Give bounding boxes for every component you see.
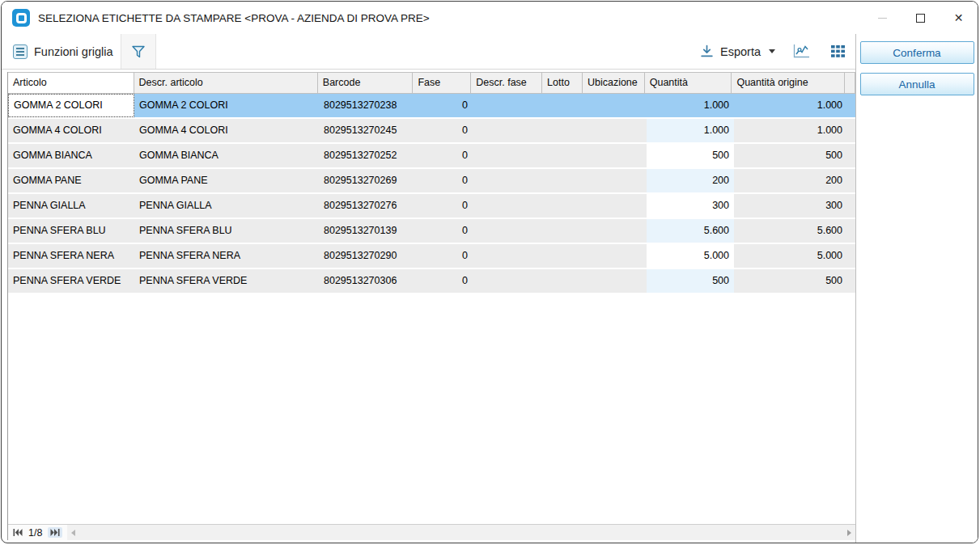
cell-quantita[interactable]: 300 [647, 194, 734, 218]
column-header[interactable]: Ubicazione [583, 72, 645, 94]
table-row[interactable]: PENNA GIALLAPENNA GIALLA8029513270276030… [8, 194, 855, 219]
horizontal-scrollbar[interactable] [67, 525, 855, 540]
cell-barcode[interactable]: 8029513270269 [319, 169, 414, 192]
cell-lotto[interactable] [544, 94, 584, 117]
table-row[interactable]: GOMMA PANEGOMMA PANE80295132702690200200 [8, 169, 855, 194]
cell-articolo[interactable]: PENNA SFERA NERA [8, 244, 134, 268]
column-header[interactable]: Articolo [8, 72, 134, 94]
maximize-button[interactable] [902, 2, 940, 34]
cell-lotto[interactable] [544, 194, 584, 218]
scroll-right-icon[interactable] [847, 530, 851, 536]
cell-descr_fase[interactable] [473, 244, 544, 268]
column-header[interactable]: Barcode [318, 72, 414, 94]
cell-quantita_origine[interactable]: 5.000 [734, 244, 847, 268]
grid-functions-button[interactable]: Funzioni griglia [2, 34, 121, 69]
cell-barcode[interactable]: 8029513270245 [319, 119, 414, 142]
cell-quantita_origine[interactable]: 1.000 [734, 119, 847, 142]
cell-articolo[interactable]: PENNA SFERA BLU [8, 219, 134, 243]
close-button[interactable]: ✕ [940, 2, 978, 34]
cell-barcode[interactable]: 8029513270276 [319, 194, 414, 218]
cell-quantita_origine[interactable]: 1.000 [734, 94, 847, 117]
cell-quantita[interactable]: 5.600 [647, 219, 734, 243]
cell-descr_articolo[interactable]: PENNA SFERA VERDE [134, 269, 319, 293]
cell-barcode[interactable]: 8029513270290 [319, 244, 414, 268]
cell-ubicazione[interactable] [584, 144, 647, 167]
cell-quantita_origine[interactable]: 200 [734, 169, 847, 192]
confirm-button[interactable]: Conferma [860, 41, 974, 64]
cell-fase[interactable]: 0 [414, 94, 473, 117]
column-header[interactable]: Quantità [645, 72, 732, 94]
cell-lotto[interactable] [544, 219, 584, 243]
cell-descr_articolo[interactable]: GOMMA BIANCA [134, 144, 319, 167]
cell-descr_fase[interactable] [473, 94, 544, 117]
cell-quantita_origine[interactable]: 500 [734, 144, 847, 167]
table-row[interactable]: PENNA SFERA BLUPENNA SFERA BLU8029513270… [8, 219, 855, 244]
column-header[interactable]: Descr. fase [471, 72, 542, 94]
cell-descr_fase[interactable] [473, 269, 544, 293]
cell-fase[interactable]: 0 [414, 144, 473, 167]
cell-articolo[interactable]: PENNA SFERA VERDE [8, 269, 134, 293]
cell-barcode[interactable]: 8029513270238 [319, 94, 414, 117]
cell-fase[interactable]: 0 [414, 269, 473, 293]
table-row[interactable]: GOMMA BIANCAGOMMA BIANCA8029513270252050… [8, 144, 855, 169]
scroll-left-icon[interactable] [71, 530, 75, 536]
cell-quantita[interactable]: 500 [647, 269, 734, 293]
cell-articolo[interactable]: GOMMA PANE [8, 169, 134, 192]
cell-descr_articolo[interactable]: PENNA SFERA BLU [134, 219, 319, 243]
cell-barcode[interactable]: 8029513270306 [319, 269, 414, 293]
cell-fase[interactable]: 0 [414, 244, 473, 268]
cell-quantita[interactable]: 1.000 [647, 94, 734, 117]
cell-descr_articolo[interactable]: GOMMA 4 COLORI [134, 119, 319, 142]
layout-button[interactable] [821, 34, 855, 69]
cell-fase[interactable]: 0 [414, 169, 473, 192]
chart-button[interactable] [783, 34, 821, 69]
table-row[interactable]: GOMMA 4 COLORIGOMMA 4 COLORI802951327024… [8, 119, 855, 144]
cell-ubicazione[interactable] [584, 119, 647, 142]
cell-quantita[interactable]: 5.000 [647, 244, 734, 268]
cell-barcode[interactable]: 8029513270139 [319, 219, 414, 243]
cell-descr_fase[interactable] [473, 144, 544, 167]
cell-ubicazione[interactable] [584, 94, 647, 117]
cell-descr_articolo[interactable]: PENNA SFERA NERA [134, 244, 319, 268]
minimize-button[interactable] [863, 2, 902, 34]
first-page-button[interactable] [13, 529, 23, 536]
column-header[interactable]: Descr. articolo [134, 72, 318, 94]
cell-ubicazione[interactable] [584, 244, 647, 268]
cell-lotto[interactable] [544, 144, 584, 167]
cell-ubicazione[interactable] [584, 269, 647, 293]
cell-quantita_origine[interactable]: 5.600 [734, 219, 847, 243]
column-header[interactable]: Lotto [542, 72, 583, 94]
table-row[interactable]: GOMMA 2 COLORIGOMMA 2 COLORI802951327023… [8, 94, 855, 119]
cell-descr_fase[interactable] [473, 194, 544, 218]
cell-lotto[interactable] [544, 169, 584, 192]
cell-ubicazione[interactable] [584, 169, 647, 192]
cell-descr_fase[interactable] [473, 219, 544, 243]
cell-quantita[interactable]: 1.000 [647, 119, 734, 142]
cell-ubicazione[interactable] [584, 219, 647, 243]
cell-articolo[interactable]: PENNA GIALLA [8, 194, 134, 218]
cell-fase[interactable]: 0 [414, 194, 473, 218]
cell-lotto[interactable] [544, 244, 584, 268]
cell-descr_fase[interactable] [473, 119, 544, 142]
column-header[interactable]: Quantità origine [732, 72, 845, 94]
cell-lotto[interactable] [544, 119, 584, 142]
cell-barcode[interactable]: 8029513270252 [319, 144, 414, 167]
table-row[interactable]: PENNA SFERA NERAPENNA SFERA NERA80295132… [8, 244, 855, 269]
cell-quantita[interactable]: 500 [647, 144, 734, 167]
cell-quantita_origine[interactable]: 300 [734, 194, 847, 218]
export-button[interactable]: Esporta [693, 34, 783, 69]
last-page-button[interactable] [48, 527, 62, 538]
cell-fase[interactable]: 0 [414, 119, 473, 142]
column-header[interactable]: Fase [413, 72, 471, 94]
cell-descr_articolo[interactable]: PENNA GIALLA [134, 194, 319, 218]
cell-descr_articolo[interactable]: GOMMA PANE [134, 169, 319, 192]
cell-articolo[interactable]: GOMMA 2 COLORI [8, 94, 134, 117]
cell-descr_articolo[interactable]: GOMMA 2 COLORI [134, 94, 319, 117]
cell-quantita[interactable]: 200 [647, 169, 734, 192]
filter-button[interactable] [121, 34, 156, 69]
cell-quantita_origine[interactable]: 500 [734, 269, 847, 293]
cancel-button[interactable]: Annulla [860, 73, 974, 95]
cell-lotto[interactable] [544, 269, 584, 293]
cell-ubicazione[interactable] [584, 194, 647, 218]
cell-descr_fase[interactable] [473, 169, 544, 192]
